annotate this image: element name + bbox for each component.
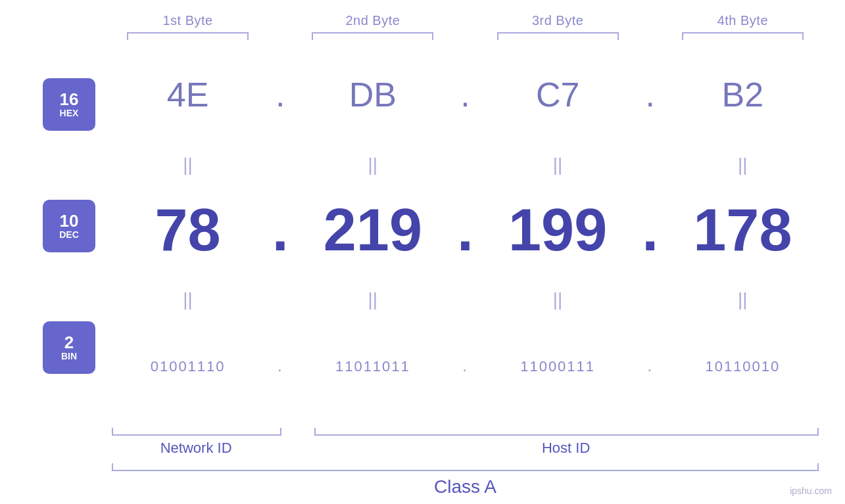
dec-badge: 10 DEC — [43, 200, 95, 252]
watermark: ipshu.com — [790, 486, 832, 496]
hex-row: 4E . DB . C7 . B2 — [112, 43, 819, 152]
sep-dec-1: . — [264, 200, 297, 265]
data-rows: 4E . DB . C7 . B2 — [112, 43, 819, 421]
sep-dec-2: . — [449, 200, 482, 265]
bracket-top-1 — [127, 32, 249, 40]
sep-hex-2: . — [449, 74, 482, 120]
byte-label-text-1: 1st Byte — [162, 13, 212, 28]
class-label-row: Class A — [112, 476, 819, 497]
middle-content: 16 HEX 10 DEC 2 BIN 4E . — [26, 43, 819, 421]
dec-val-1: 78 — [112, 200, 264, 265]
bracket-top-4 — [682, 32, 804, 40]
host-bracket — [314, 428, 819, 436]
host-id-label: Host ID — [313, 440, 819, 457]
bin-val-2: 11011011 — [297, 358, 448, 375]
class-bracket — [112, 463, 819, 471]
bin-val-3: 11000111 — [482, 358, 634, 375]
sep-hex-1: . — [264, 74, 297, 120]
dec-row: 78 . 219 . 199 . 178 — [112, 178, 819, 286]
bracket-top-2 — [312, 32, 433, 40]
byte-label-4: 4th Byte — [667, 13, 819, 40]
network-bracket — [112, 428, 281, 436]
byte-label-1: 1st Byte — [112, 13, 264, 40]
dec-val-3: 199 — [482, 200, 634, 265]
bin-val-1: 01001110 — [112, 358, 264, 375]
byte-label-text-2: 2nd Byte — [345, 13, 400, 28]
bottom-section: Network ID Host ID Class A — [26, 428, 819, 497]
sep-hex-3: . — [634, 74, 667, 120]
sep-bin-1: . — [264, 358, 297, 375]
bin-row: 01001110 . 11011011 . 11000111 . — [112, 313, 819, 421]
bin-badge: 2 BIN — [43, 321, 95, 374]
sep-bin-2: . — [449, 358, 482, 375]
network-id-label: Network ID — [112, 440, 280, 457]
badges-column: 16 HEX 10 DEC 2 BIN — [26, 43, 112, 421]
byte-label-text-4: 4th Byte — [717, 13, 768, 28]
byte-label-text-3: 3rd Byte — [532, 13, 583, 28]
dec-val-4: 178 — [667, 200, 819, 265]
id-labels: Network ID Host ID — [112, 440, 819, 457]
dec-val-2: 219 — [297, 200, 448, 265]
byte-label-2: 2nd Byte — [297, 13, 448, 40]
sep-bin-3: . — [634, 358, 667, 375]
class-bracket-container — [112, 463, 819, 471]
hex-val-2: DB — [297, 74, 448, 120]
main-layout: 1st Byte 2nd Byte 3rd Byte 4th Byte 16 H… — [0, 0, 845, 504]
hex-val-3: C7 — [482, 74, 634, 120]
hex-badge: 16 HEX — [43, 78, 95, 131]
equals-row-2: || || || || — [112, 286, 819, 313]
hex-val-4: B2 — [667, 74, 819, 120]
sep-dec-3: . — [634, 200, 667, 265]
bracket-top-3 — [497, 32, 619, 40]
equals-row-1: || || || || — [112, 152, 819, 178]
bin-val-4: 10110010 — [667, 358, 819, 375]
class-label: Class A — [434, 476, 496, 497]
byte-label-3: 3rd Byte — [482, 13, 634, 40]
byte-labels-row: 1st Byte 2nd Byte 3rd Byte 4th Byte — [112, 13, 819, 40]
hex-val-1: 4E — [112, 74, 264, 120]
bottom-brackets — [112, 428, 819, 436]
